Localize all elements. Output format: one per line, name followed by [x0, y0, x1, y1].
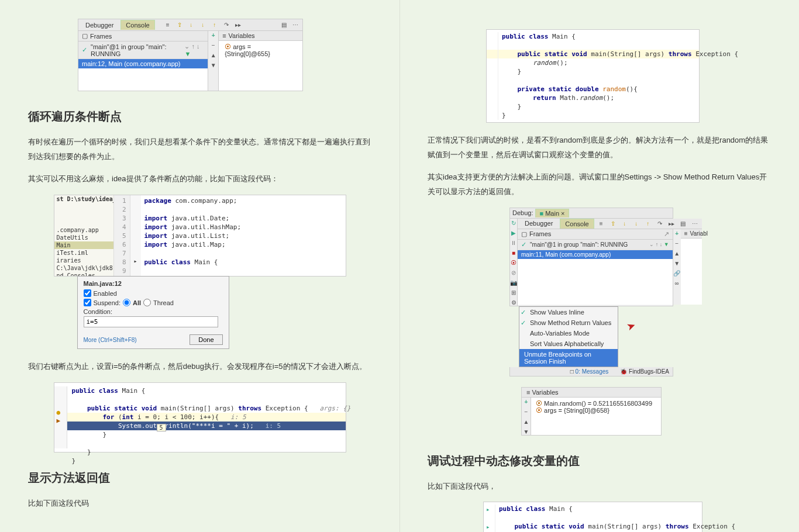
pause-icon[interactable]: ⏸	[511, 240, 516, 246]
stop-icon[interactable]: ■	[512, 250, 515, 256]
thread-row-2[interactable]: ✓ "main"@1 in group "main": RUNNING ⌄ ↑ …	[518, 240, 673, 250]
add-icon[interactable]: +	[212, 32, 215, 39]
status-bar: □ 0: Messages 🐞 FindBugs-IDEA	[509, 367, 673, 376]
bp-done-button[interactable]: Done	[190, 334, 222, 345]
running-code-block: ● ▶ public class Main { public static vo…	[54, 382, 346, 452]
breakpoint-indicator-icon: ●	[57, 409, 61, 416]
debug-label: Debug:	[512, 209, 533, 216]
code-area[interactable]: package com.company.app; import java.uti…	[141, 195, 346, 276]
layout-icon[interactable]: ⊞	[511, 289, 516, 296]
bp-view-icon[interactable]: ⦿	[511, 260, 516, 266]
tab-debugger-2[interactable]: Debugger	[520, 219, 557, 228]
run-gutter-icon: ▸	[486, 506, 490, 513]
gutter-icons: ▸▸	[130, 195, 141, 276]
menu-show-return-values[interactable]: Show Method Return Values ➤	[519, 317, 618, 328]
var-args-2[interactable]: ⦿ args = {String[0]@658}	[536, 407, 656, 414]
rerun-icon[interactable]: ↻	[511, 220, 516, 226]
resume-icon[interactable]: ▶	[511, 230, 516, 236]
var-return-value[interactable]: ⦿ Main.random() = 0.521165516803499	[536, 400, 656, 407]
paragraph: 我们右键断点为止，设置i=5的条件断点，然后debug执行。会发现程序在i=5的…	[28, 360, 371, 374]
step-icon-1[interactable]: ⇪	[175, 20, 184, 30]
up-icon[interactable]: ▲	[211, 52, 216, 58]
debug-settings-menu: Show Values Inline Show Method Return Va…	[519, 306, 618, 367]
bp-suspend-row[interactable]: Suspend: All Thread	[84, 299, 223, 306]
bp-condition-input[interactable]	[84, 316, 218, 327]
camera-icon[interactable]: 📷	[510, 279, 517, 286]
more-icon[interactable]: ⋯	[291, 20, 300, 30]
menu-unmute-bp[interactable]: Unmute Breakpoints on Session Finish	[519, 349, 618, 367]
variables-result-panel: ≡ Variables +−▲▼ ⦿ Main.random() = 0.521…	[521, 387, 662, 436]
bp-more-link[interactable]: More (Ctrl+Shift+F8)	[84, 337, 137, 343]
paragraph: 其实可以不用这么麻烦，idea提供了条件断点的功能，比如下面这段代码：	[28, 172, 371, 186]
line-gutter: 123456789101112	[114, 195, 130, 276]
frames-header-2: ▢ Frames↗	[518, 229, 673, 240]
calc-icon[interactable]: ▤	[279, 20, 288, 30]
menu-sort-alpha[interactable]: Sort Values Alphabetically	[519, 338, 618, 349]
step-icon-3[interactable]: ↓	[198, 20, 208, 30]
debugger-panel-1: Debugger Console ≡ ⇪ ↓ ↓ ↑ ↷ ▸▸ ▤ ⋯ ▢ Fr…	[78, 19, 303, 91]
highlight-arrow-icon: ➤	[625, 319, 638, 334]
list-icon[interactable]: ≡	[163, 20, 173, 30]
exec-pointer-icon: ▶	[57, 417, 61, 424]
tab-console-2[interactable]: Console	[560, 219, 594, 229]
code-editor-block-1: st D:\study\idea_workspace\... .company.…	[54, 195, 346, 349]
frames-header: ▢ Frames	[78, 31, 208, 42]
tab-console[interactable]: Console	[120, 20, 154, 30]
paragraph: 其实idea支持更方便的方法解决上面的问题。调试窗口里的Settings -> …	[428, 170, 771, 199]
code-snippet-branch: ▸ ▸ public class Main { public static vo…	[483, 502, 702, 532]
code-snippet-random: public class Main { public static void m…	[486, 29, 700, 123]
debugger-panel-2: Debug: ■ Main × ↻ ▶ ⏸ ■ ⦿ ⊘ 📷 ⊞ ⚙ Deb	[509, 208, 673, 376]
stack-frame-selected[interactable]: main:12, Main (com.company.app)	[78, 59, 208, 68]
tab-debugger[interactable]: Debugger	[81, 20, 118, 30]
cursor-icon[interactable]: ▸▸	[233, 20, 243, 30]
debug-main-tab[interactable]: ■ Main ×	[535, 209, 569, 217]
heading-return-value: 显示方法返回值	[28, 470, 371, 486]
variables-header: ≡ Variables	[219, 31, 302, 41]
down-icon[interactable]: ▼	[211, 62, 216, 68]
value-tooltip: 5	[157, 424, 166, 431]
paragraph: 有时候在遍历一个循环的时候，我们只是想看某个条件下的变量状态。通常情况下都是一遍…	[28, 135, 371, 164]
bp-enabled-checkbox[interactable]: Enabled	[84, 289, 223, 297]
paragraph: 正常情况下我们调试的时候，是看不到random到底是多少的。解决方法有一个，就是…	[428, 133, 771, 162]
settings-icon[interactable]: ⚙	[511, 299, 516, 306]
heading-modify-var: 调试过程中动态修改变量的值	[428, 453, 771, 469]
bp-condition-label: Condition:	[84, 308, 223, 315]
minus-icon[interactable]: −	[212, 42, 215, 49]
breakpoint-popup: Main.java:12 Enabled Suspend: All Thread…	[77, 276, 229, 349]
run-gutter-icon: ▸	[486, 523, 490, 531]
step-icon-4[interactable]: ↑	[210, 20, 219, 30]
stack-frame-2[interactable]: main:11, Main (com.company.app)	[518, 250, 673, 259]
menu-show-values-inline[interactable]: Show Values Inline	[519, 307, 618, 317]
step-icon-5[interactable]: ↷	[222, 20, 231, 30]
bp-title: Main.java:12	[84, 280, 223, 287]
menu-auto-vars[interactable]: Auto-Variables Mode	[519, 328, 618, 338]
paragraph: 比如下面这段代码，	[428, 479, 771, 494]
thread-row[interactable]: ✓ "main"@1 in group "main": RUNNING ⌄ ↑ …	[78, 42, 208, 59]
heading-loop-breakpoint: 循环遍历条件断点	[28, 109, 371, 125]
mute-icon[interactable]: ⊘	[511, 270, 516, 276]
step-icon-2[interactable]: ↓	[187, 20, 196, 30]
tree-path: st D:\study\idea_workspace\...	[54, 195, 113, 203]
project-tree[interactable]: st D:\study\idea_workspace\... .company.…	[54, 195, 114, 276]
var-args[interactable]: args = {String[0]@655}	[225, 43, 270, 57]
paragraph: 比如下面这段代码	[28, 496, 371, 511]
